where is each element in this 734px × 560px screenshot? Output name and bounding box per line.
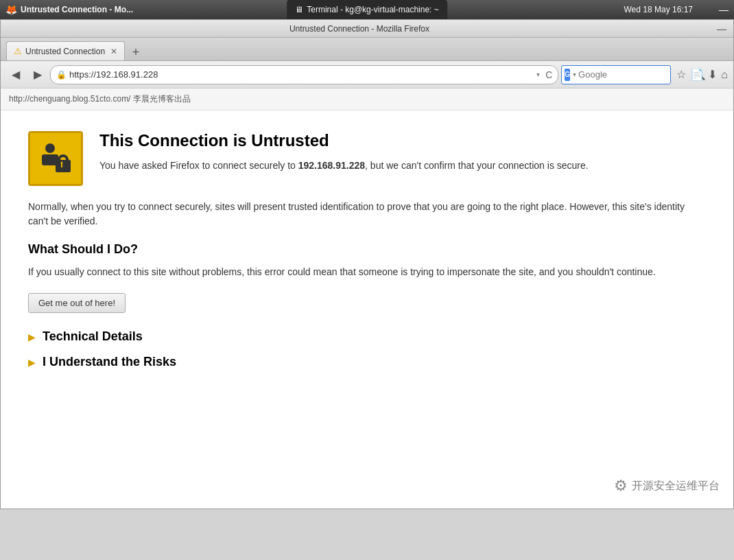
nav-bar: ◀ ▶ 🔒 ▾ C G ▾ 🔍 ☆ 📄 ⬇ ⌂ xyxy=(1,61,733,89)
warning-text-section: This Connection is Untrusted You have as… xyxy=(99,131,589,181)
firefox-favicon-icon: 🦊 xyxy=(5,4,17,15)
understand-risks-arrow-icon: ▶ xyxy=(28,357,36,368)
bookmark-bar: http://chenguang.blog.51cto.com/ 李晨光博客出品 xyxy=(1,89,733,110)
os-titlebar-title: Untrusted Connection - Mo... xyxy=(21,5,133,14)
lock-icon: 🔒 xyxy=(56,70,67,80)
browser-window: Untrusted Connection - Mozilla Firefox —… xyxy=(0,19,734,509)
page-save-button[interactable]: 📄 xyxy=(690,68,704,81)
forward-button[interactable]: ▶ xyxy=(28,65,47,84)
refresh-icon[interactable]: C xyxy=(545,69,552,80)
watermark-icon: ⚙ xyxy=(614,477,628,495)
desc-part1: You have asked Firefox to connect secure… xyxy=(99,160,298,171)
svg-point-5 xyxy=(61,162,63,164)
desc-part2: , but we can't confirm that your connect… xyxy=(365,160,589,171)
tab-close-button[interactable]: ✕ xyxy=(110,47,117,56)
page-description: You have asked Firefox to connect secure… xyxy=(99,159,589,173)
svg-rect-4 xyxy=(61,163,62,167)
terminal-icon: 🖥 xyxy=(295,5,303,14)
page-content: This Connection is Untrusted You have as… xyxy=(1,110,733,509)
search-bar[interactable]: G ▾ 🔍 xyxy=(561,65,671,84)
terminal-label: Terminal - kg@kg-virtual-machine: ~ xyxy=(307,5,439,14)
tab-label: Untrusted Connection xyxy=(25,47,105,56)
what-should-i-do-title: What Should I Do? xyxy=(28,242,706,257)
window-minimize-button[interactable]: — xyxy=(719,4,729,15)
warning-svg-icon xyxy=(35,138,76,179)
watermark: ⚙ 开源安全运维平台 xyxy=(614,477,720,495)
warning-icon-box xyxy=(28,131,83,186)
search-dropdown-icon[interactable]: ▾ xyxy=(573,71,576,78)
understand-risks-label: I Understand the Risks xyxy=(43,355,176,369)
technical-details-label: Technical Details xyxy=(43,329,143,344)
get-out-button[interactable]: Get me out of here! xyxy=(28,293,126,313)
page-paragraph-1: Normally, when you try to connect secure… xyxy=(28,200,706,229)
bookmark-text[interactable]: http://chenguang.blog.51cto.com/ 李晨光博客出品 xyxy=(9,93,191,105)
understand-risks-section[interactable]: ▶ I Understand the Risks xyxy=(28,355,706,369)
technical-details-section[interactable]: ▶ Technical Details xyxy=(28,329,706,344)
back-button[interactable]: ◀ xyxy=(6,65,25,84)
browser-window-title: Untrusted Connection - Mozilla Firefox xyxy=(6,24,713,34)
terminal-tab[interactable]: 🖥 Terminal - kg@kg-virtual-machine: ~ xyxy=(287,0,447,19)
new-tab-button[interactable]: + xyxy=(128,44,144,60)
url-input[interactable] xyxy=(69,69,534,80)
svg-rect-0 xyxy=(45,143,55,153)
os-titlebar: 🦊 Untrusted Connection - Mo... 🖥 Termina… xyxy=(0,0,734,19)
warning-section: This Connection is Untrusted You have as… xyxy=(28,131,706,186)
browser-titlebar: Untrusted Connection - Mozilla Firefox — xyxy=(1,20,733,38)
page-title: This Connection is Untrusted xyxy=(99,131,589,150)
browser-minimize-button[interactable]: — xyxy=(715,23,728,35)
tab-bar: ⚠ Untrusted Connection ✕ + xyxy=(1,38,733,61)
tab-untrusted-connection[interactable]: ⚠ Untrusted Connection ✕ xyxy=(6,41,125,60)
page-paragraph-2: If you usually connect to this site with… xyxy=(28,265,706,279)
svg-rect-2 xyxy=(56,160,71,172)
url-bar[interactable]: 🔒 ▾ C xyxy=(50,65,558,84)
nav-icons-group: ☆ 📄 ⬇ ⌂ xyxy=(676,68,728,81)
download-button[interactable]: ⬇ xyxy=(708,68,717,81)
technical-details-arrow-icon: ▶ xyxy=(28,331,36,342)
tab-warning-icon: ⚠ xyxy=(14,46,22,56)
home-button[interactable]: ⌂ xyxy=(721,68,728,81)
bookmark-star-button[interactable]: ☆ xyxy=(676,68,686,81)
url-dropdown-icon[interactable]: ▾ xyxy=(536,71,540,78)
os-clock: Wed 18 May 16:17 xyxy=(624,5,693,14)
search-engine-icon: G xyxy=(565,69,570,81)
desc-ip: 192.168.91.228 xyxy=(298,160,365,171)
watermark-text: 开源安全运维平台 xyxy=(632,479,720,493)
